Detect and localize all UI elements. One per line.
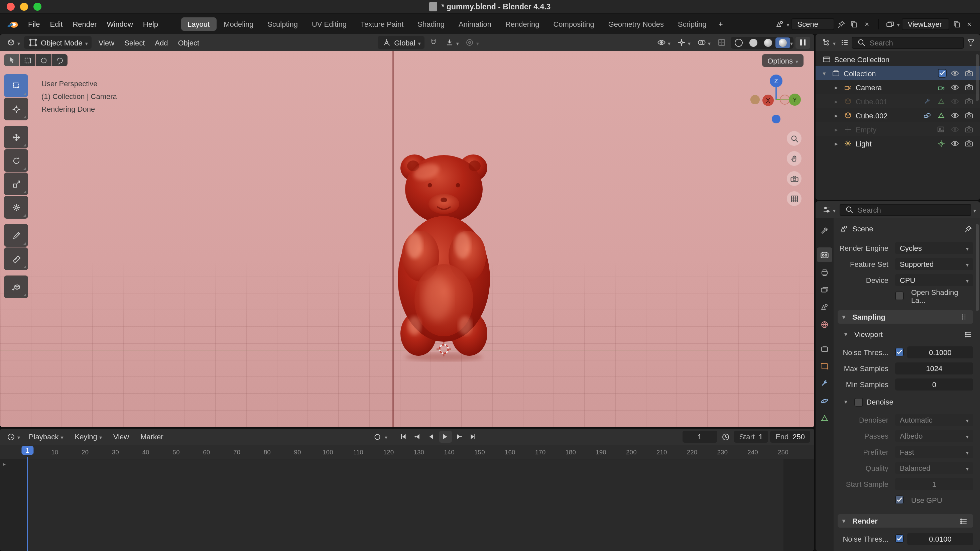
outliner-row-empty[interactable]: ▸Empty bbox=[816, 123, 980, 136]
visibility-eye-icon[interactable] bbox=[949, 111, 961, 120]
gizmos-dropdown[interactable] bbox=[675, 36, 692, 49]
render-visibility-camera-icon[interactable] bbox=[963, 97, 975, 106]
new-scene-icon[interactable] bbox=[849, 19, 860, 29]
shading-wireframe-button[interactable] bbox=[731, 37, 746, 48]
current-frame-field[interactable]: 1 bbox=[682, 431, 717, 443]
visibility-eye-icon[interactable] bbox=[949, 69, 961, 78]
timeline-ruler[interactable]: 1 10203040506070809010011012013014015016… bbox=[0, 445, 814, 459]
gizmo-negx-ball[interactable] bbox=[750, 95, 760, 104]
filter-icon[interactable] bbox=[966, 37, 976, 48]
playhead-line[interactable] bbox=[27, 457, 28, 551]
tab-scripting[interactable]: Scripting bbox=[671, 18, 713, 31]
outliner-row-collection[interactable]: ▾Collection bbox=[816, 66, 980, 80]
viewport-menu-select[interactable]: Select bbox=[120, 37, 150, 48]
shading-rendered-button[interactable] bbox=[775, 37, 790, 48]
denoiser-dropdown[interactable]: Automatic bbox=[895, 414, 973, 426]
render-panel-header[interactable]: ▾ Render bbox=[838, 514, 973, 527]
outliner-row-scene-collection[interactable]: Scene Collection bbox=[816, 52, 980, 66]
image-data-icon[interactable] bbox=[935, 125, 947, 134]
properties-tab-physics[interactable] bbox=[817, 393, 832, 408]
visibility-eye-icon[interactable] bbox=[949, 125, 961, 134]
outliner-row-cube-002[interactable]: ▸Cube.002 bbox=[816, 108, 980, 123]
render-visibility-camera-icon[interactable] bbox=[963, 69, 975, 78]
properties-editor-type-button[interactable] bbox=[819, 203, 838, 216]
constraint-icon[interactable] bbox=[921, 111, 932, 119]
camera-data-icon[interactable] bbox=[935, 83, 947, 91]
fullscreen-window-button[interactable] bbox=[33, 3, 41, 11]
visibility-eye-icon[interactable] bbox=[949, 83, 961, 92]
render-visibility-camera-icon[interactable] bbox=[963, 125, 975, 134]
render-noise-threshold-checkbox[interactable] bbox=[895, 534, 904, 543]
properties-scrollbar[interactable] bbox=[976, 224, 978, 311]
tab-rendering[interactable]: Rendering bbox=[499, 18, 546, 31]
blender-logo-icon[interactable] bbox=[5, 19, 20, 29]
render-visibility-camera-icon[interactable] bbox=[963, 111, 975, 120]
tool-select-box[interactable] bbox=[4, 74, 28, 97]
tab-layout[interactable]: Layout bbox=[181, 18, 216, 31]
outliner-row-cube-001[interactable]: ▸Cube.001 bbox=[816, 94, 980, 108]
select-mode-circle-button[interactable] bbox=[36, 54, 51, 66]
auto-keying-icon[interactable] bbox=[371, 431, 383, 443]
playback-menu[interactable]: Playback bbox=[24, 431, 68, 443]
tool-scale[interactable] bbox=[4, 172, 28, 195]
camera-view-icon[interactable] bbox=[787, 171, 802, 186]
auto-keying-chevron-icon[interactable] bbox=[385, 433, 387, 441]
tool-rotate[interactable] bbox=[4, 149, 28, 172]
visibility-eye-icon[interactable] bbox=[949, 97, 961, 106]
min-samples-field[interactable]: 0 bbox=[895, 378, 973, 390]
tab-shading[interactable]: Shading bbox=[411, 18, 451, 31]
overlays-dropdown[interactable] bbox=[695, 36, 713, 49]
display-mode-icon[interactable] bbox=[840, 37, 850, 48]
playhead-badge[interactable]: 1 bbox=[21, 446, 33, 455]
jump-to-end-button[interactable] bbox=[467, 431, 480, 443]
menu-file[interactable]: File bbox=[24, 18, 45, 30]
render-visibility-camera-icon[interactable] bbox=[963, 83, 975, 92]
properties-tab-scene[interactable] bbox=[817, 299, 832, 314]
select-mode-tweak-button[interactable] bbox=[4, 54, 19, 66]
properties-tab-tool[interactable] bbox=[817, 223, 832, 238]
tab-texture-paint[interactable]: Texture Paint bbox=[354, 18, 410, 31]
outliner-row-camera[interactable]: ▸Camera bbox=[816, 80, 980, 94]
properties-tab-world[interactable] bbox=[817, 317, 832, 332]
pin-icon[interactable] bbox=[963, 224, 973, 234]
tab-geometry-nodes[interactable]: Geometry Nodes bbox=[601, 18, 670, 31]
play-reverse-button[interactable] bbox=[425, 431, 438, 443]
menu-edit[interactable]: Edit bbox=[45, 18, 67, 30]
mesh-data-icon[interactable] bbox=[935, 111, 947, 119]
shading-solid-button[interactable] bbox=[746, 37, 761, 48]
editor-type-button[interactable] bbox=[4, 36, 22, 49]
properties-tab-modifiers[interactable] bbox=[817, 376, 832, 390]
tab-modeling[interactable]: Modeling bbox=[217, 18, 260, 31]
max-samples-field[interactable]: 1024 bbox=[895, 362, 973, 374]
modifier-icon[interactable] bbox=[921, 97, 932, 105]
drag-grip-icon[interactable] bbox=[959, 312, 969, 322]
close-window-button[interactable] bbox=[7, 3, 15, 11]
noise-threshold-field[interactable]: 0.1000 bbox=[907, 346, 973, 358]
viewport-menu-view[interactable]: View bbox=[94, 37, 119, 48]
minimize-window-button[interactable] bbox=[20, 3, 28, 11]
preset-list-icon[interactable] bbox=[963, 329, 973, 339]
passes-dropdown[interactable]: Albedo bbox=[895, 430, 973, 442]
expand-arrow-icon[interactable]: ▸ bbox=[833, 98, 840, 105]
visibility-eye-icon[interactable] bbox=[949, 139, 961, 148]
pause-render-button[interactable] bbox=[795, 37, 810, 48]
tool-move[interactable] bbox=[4, 126, 28, 148]
remove-viewlayer-icon[interactable]: × bbox=[964, 19, 975, 29]
browse-viewlayer-icon[interactable] bbox=[885, 19, 895, 29]
gizmo-negz-ball[interactable] bbox=[772, 115, 780, 123]
prefilter-dropdown[interactable]: Fast bbox=[895, 446, 973, 458]
outliner-scrollbar[interactable] bbox=[976, 54, 978, 101]
properties-search-input[interactable]: Search bbox=[840, 204, 971, 216]
tab-animation[interactable]: Animation bbox=[452, 18, 498, 31]
noise-threshold-checkbox[interactable] bbox=[895, 348, 904, 357]
timeline-body[interactable]: ▸ bbox=[0, 459, 814, 551]
properties-options-chevron-icon[interactable] bbox=[973, 205, 976, 213]
quality-dropdown[interactable]: Balanced bbox=[895, 462, 973, 474]
transform-orientation-select[interactable]: Global bbox=[377, 36, 425, 49]
tool-transform[interactable] bbox=[4, 196, 28, 219]
viewlayer-name-field[interactable]: ViewLayer bbox=[902, 18, 949, 30]
light-data-icon[interactable] bbox=[935, 139, 947, 147]
play-button[interactable] bbox=[439, 431, 452, 443]
snap-toggle[interactable] bbox=[427, 36, 441, 49]
preset-list-icon[interactable] bbox=[959, 516, 969, 526]
